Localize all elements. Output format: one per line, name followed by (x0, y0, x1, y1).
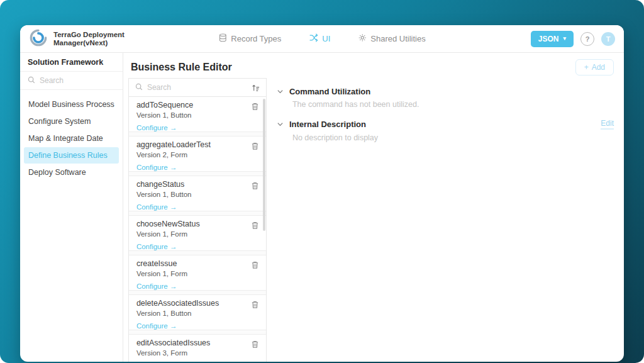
rule-meta: Version 1, Button (136, 310, 258, 317)
delete-rule-icon[interactable] (251, 221, 259, 232)
gear-icon (358, 33, 367, 44)
arrow-right-icon: → (170, 243, 177, 250)
delete-rule-icon[interactable] (251, 102, 259, 113)
rule-item[interactable]: deleteAssociatedIssues Version 1, Button… (129, 295, 266, 330)
app-header: TerraGo Deployment Manager(vNext) Record… (20, 25, 624, 53)
caret-down-icon: ▾ (563, 36, 566, 42)
nav-label: Record Types (231, 34, 281, 43)
rule-name: editAssociatedIssues (136, 338, 258, 347)
rule-meta: Version 2, Form (136, 151, 258, 159)
nav-label: Shared Utilities (370, 34, 425, 43)
header-actions: JSON ▾ ? T (531, 31, 615, 47)
arrow-right-icon: → (170, 282, 177, 290)
rule-item[interactable]: editAssociatedIssues Version 3, Form Con… (129, 335, 266, 362)
sidebar-search[interactable] (20, 72, 123, 90)
configure-link[interactable]: Configure → (136, 243, 177, 250)
rule-item[interactable]: createIssue Version 1, Form Configure → (129, 255, 266, 290)
sidebar-item-deploy-software[interactable]: Deploy Software (24, 164, 119, 181)
rule-item[interactable]: changeStatus Version 1, Button Configure… (129, 176, 266, 211)
rule-meta: Version 1, Form (136, 270, 258, 277)
sort-button[interactable] (252, 84, 260, 92)
rule-name: aggregateLoaderTest (136, 140, 258, 149)
rule-name: deleteAssociatedIssues (136, 299, 258, 308)
rule-name: chooseNewStatus (136, 220, 258, 228)
main-area: Business Rule Editor + Add (123, 53, 624, 362)
plus-icon: + (584, 63, 589, 72)
rules-search-bar[interactable] (129, 79, 266, 97)
app-window: TerraGo Deployment Manager(vNext) Record… (20, 25, 624, 362)
sidebar-items: Model Business Process Configure System … (20, 90, 123, 187)
rule-meta: Version 1, Button (136, 111, 258, 119)
top-navigation: Record Types UI (218, 33, 425, 44)
arrow-right-icon: → (170, 164, 177, 171)
configure-link[interactable]: Configure → (136, 164, 177, 171)
rules-list: addToSequence Version 1, Button Configur… (129, 97, 266, 362)
nav-label: UI (322, 34, 330, 43)
search-icon (135, 82, 143, 93)
command-utilization-section: Command Utilization The command has not … (277, 87, 614, 109)
delete-rule-icon[interactable] (251, 142, 259, 153)
rule-name: createIssue (136, 259, 258, 268)
database-icon (218, 33, 227, 44)
delete-rule-icon[interactable] (251, 260, 259, 272)
arrow-right-icon: → (170, 124, 177, 131)
rule-details-panel: Command Utilization The command has not … (277, 78, 614, 362)
section-body: No description to display (292, 133, 614, 142)
configure-link[interactable]: Configure → (136, 282, 177, 290)
rules-list-panel: addToSequence Version 1, Button Configur… (128, 78, 267, 362)
brand: TerraGo Deployment Manager(vNext) (29, 28, 125, 50)
rule-item[interactable]: chooseNewStatus Version 1, Form Configur… (129, 216, 266, 250)
sidebar-search-input[interactable] (40, 76, 103, 85)
sidebar-item-model-business-process[interactable]: Model Business Process (24, 96, 119, 113)
sidebar-item-map-integrate-date[interactable]: Map & Integrate Date (24, 130, 119, 147)
configure-link[interactable]: Configure → (136, 203, 177, 211)
section-title: Internal Description (289, 120, 366, 129)
sidebar-item-configure-system[interactable]: Configure System (24, 113, 119, 130)
help-button[interactable]: ? (580, 32, 594, 46)
configure-link[interactable]: Configure → (136, 124, 177, 131)
rule-item[interactable]: addToSequence Version 1, Button Configur… (129, 97, 266, 131)
list-scrollbar[interactable] (263, 99, 265, 231)
ui-icon (309, 33, 318, 44)
delete-rule-icon[interactable] (251, 340, 259, 351)
search-icon (28, 75, 35, 86)
sidebar-title: Solution Framework (20, 53, 123, 72)
page-title: Business Rule Editor (131, 62, 232, 73)
arrow-right-icon: → (170, 322, 177, 330)
arrow-right-icon: → (170, 203, 177, 211)
chevron-down-icon[interactable] (277, 121, 284, 128)
rule-meta: Version 1, Button (136, 191, 258, 198)
main-header: Business Rule Editor + Add (123, 53, 624, 78)
sidebar: Solution Framework Model Business Proces… (20, 53, 123, 362)
section-body: The command has not been utilized. (292, 100, 614, 109)
nav-ui[interactable]: UI (309, 33, 330, 44)
edit-description-link[interactable]: Edit (601, 119, 614, 130)
delete-rule-icon[interactable] (251, 300, 259, 311)
json-dropdown-button[interactable]: JSON ▾ (531, 31, 574, 47)
rule-name: changeStatus (136, 180, 258, 189)
delete-rule-icon[interactable] (251, 181, 259, 193)
configure-link[interactable]: Configure → (136, 322, 177, 330)
internal-description-section: Internal Description Edit No description… (277, 119, 614, 142)
nav-shared-utilities[interactable]: Shared Utilities (358, 33, 425, 44)
rule-item[interactable]: aggregateLoaderTest Version 2, Form Conf… (129, 137, 266, 171)
app-title: TerraGo Deployment Manager(vNext) (53, 31, 125, 47)
user-avatar[interactable]: T (601, 32, 615, 46)
rule-meta: Version 3, Form (136, 349, 258, 357)
chevron-down-icon[interactable] (277, 88, 284, 95)
section-title: Command Utilization (289, 87, 370, 96)
desktop-background: TerraGo Deployment Manager(vNext) Record… (0, 0, 644, 363)
add-button[interactable]: + Add (575, 59, 614, 75)
rule-meta: Version 1, Form (136, 230, 258, 238)
nav-record-types[interactable]: Record Types (218, 33, 281, 44)
sidebar-item-define-business-rules[interactable]: Define Business Rules (24, 147, 119, 164)
terrago-logo-icon (29, 28, 48, 50)
rules-search-input[interactable] (147, 83, 210, 92)
rule-name: addToSequence (136, 101, 258, 109)
